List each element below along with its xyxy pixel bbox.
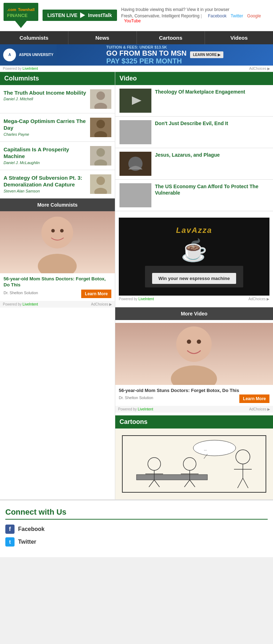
svg-point-25 xyxy=(176,326,212,362)
columnists-header: Columnists xyxy=(0,72,115,85)
ad-university-logo: A ASPEN UNIVERSITY xyxy=(0,44,57,66)
lavazza-ad-content: LavAzza ☕ Win your new espresso machine xyxy=(119,218,269,296)
svg-point-15 xyxy=(51,229,55,233)
more-video-ad-text: 56-year-old Mom Stuns Doctors: Forget Bo… xyxy=(115,385,273,406)
logo-com: .com xyxy=(7,7,16,12)
more-video-advertisement: 56-year-old Mom Stuns Doctors: Forget Bo… xyxy=(115,323,273,413)
tagline: Fresh, Conservative, Intelligent Reporti… xyxy=(121,13,200,18)
left-advertisement: 56-year-old Mom Stuns Doctors: Forget Bo… xyxy=(0,211,115,308)
columnist-title-2[interactable]: Mega-Cap Optimism Carries The Day xyxy=(4,118,86,131)
video-title-1[interactable]: Theology Of Marketplace Engagement xyxy=(155,89,245,95)
more-video-ad-footer: Powered by LiveIntent AdChoices ▶ xyxy=(115,406,273,413)
video-item: Jesus, Lazarus, and Plague xyxy=(115,148,273,180)
page-header: .com Townhall FINANCE LISTEN LIVE Invest… xyxy=(0,0,273,31)
left-ad-liveintent: LiveIntent xyxy=(23,302,38,306)
ad-tuition: TUITION & FEES: UNDER $13.5K xyxy=(106,45,186,49)
nav-videos[interactable]: Videos xyxy=(205,31,273,44)
invest-talk-label: InvestTalk xyxy=(88,12,112,18)
left-ad-image xyxy=(0,211,115,273)
left-ad-powered: Powered by LiveIntent xyxy=(3,302,38,306)
more-video-powered: Powered by LiveIntent xyxy=(118,407,153,411)
nav-news[interactable]: News xyxy=(68,31,137,44)
aspen-logo-circle: A xyxy=(3,49,16,61)
left-ad-text-block: 56-year-old Mom Stuns Doctors: Forget Bo… xyxy=(0,273,115,301)
columnist-thumb-1 xyxy=(90,89,111,109)
more-columnists-button[interactable]: More Columnists xyxy=(0,198,115,211)
svg-point-10 xyxy=(96,177,105,185)
facebook-icon: f xyxy=(5,525,15,534)
lavazza-powered-label: Powered by xyxy=(119,297,138,301)
twitter-connect[interactable]: t Twitter xyxy=(5,537,268,547)
logo[interactable]: .com Townhall FINANCE xyxy=(4,3,38,28)
video-section: Video Theology Of Marketplace Engagement… xyxy=(115,72,273,499)
columnist-author-4: Steven Alan Samson xyxy=(4,189,87,193)
more-video-adchoices: AdChoices ▶ xyxy=(249,407,270,411)
columnist-text-4: A Strategy Of Subversion Pt. 3: Demorali… xyxy=(4,174,87,193)
more-video-learn-more-button[interactable]: Learn More xyxy=(239,394,269,403)
lavazza-liveintent: LiveIntent xyxy=(139,297,154,301)
ad-learn-more-label: LEARN MORE xyxy=(193,53,217,57)
video-thumb-4 xyxy=(119,183,151,207)
svg-point-1 xyxy=(96,91,105,100)
connect-section: Connect with Us f Facebook t Twitter xyxy=(0,499,273,557)
more-video-ad-image xyxy=(115,323,273,385)
video-title-3[interactable]: Jesus, Lazarus, and Plague xyxy=(155,152,220,158)
win-espresso-button[interactable]: Win your new espresso machine xyxy=(152,273,236,284)
facebook-connect[interactable]: f Facebook xyxy=(5,525,268,534)
video-title-4[interactable]: The US Economy Can Afford To Protect The… xyxy=(155,183,269,196)
video-thumb-2 xyxy=(119,120,151,144)
more-video-liveintent: LiveIntent xyxy=(138,407,153,411)
svg-rect-31 xyxy=(136,475,207,480)
adchoices-top: AdChoices ▶ xyxy=(249,67,270,71)
cartoons-section: Cartoons xyxy=(115,415,273,499)
lavazza-ad-footer: Powered by LiveIntent AdChoices ▶ xyxy=(119,297,269,301)
facebook-label: Facebook xyxy=(18,526,45,532)
social-links: Fresh, Conservative, Intelligent Reporti… xyxy=(121,13,269,23)
video-title-2[interactable]: Don't Just Describe Evil, End It xyxy=(155,120,228,127)
lavazza-advertisement: LavAzza ☕ Win your new espresso machine … xyxy=(115,214,273,304)
listen-live-block: LISTEN LIVE InvestTalk xyxy=(43,10,117,21)
left-ad-learn-more-button[interactable]: Learn More xyxy=(81,290,111,298)
columnist-title-3[interactable]: Capitalism Is A Prosperity Machine xyxy=(4,146,69,159)
columnist-thumb-3 xyxy=(90,146,111,166)
columnist-title-4[interactable]: A Strategy Of Subversion Pt. 3: Demorali… xyxy=(4,175,82,188)
columnist-item: A Strategy Of Subversion Pt. 3: Demorali… xyxy=(0,170,115,198)
video-thumb-1 xyxy=(119,89,151,113)
logo-line1: Townhall xyxy=(18,7,35,12)
svg-point-16 xyxy=(60,229,63,233)
twitter-link[interactable]: Twitter xyxy=(230,13,243,18)
video-item: Theology Of Marketplace Engagement xyxy=(115,85,273,117)
svg-point-28 xyxy=(197,340,201,344)
twitter-icon: t xyxy=(5,537,15,547)
ad-learn-more-button[interactable]: LEARN MORE ▶ xyxy=(190,51,223,58)
youtube-link[interactable]: YouTube xyxy=(124,18,141,23)
cartoon-image: ... CARTOON xyxy=(115,429,273,499)
listen-live-label: LISTEN LIVE xyxy=(48,12,78,18)
logo-townhall: .com Townhall xyxy=(7,6,35,13)
trouble-text: Having trouble viewing this email? View … xyxy=(121,7,269,12)
more-video-button[interactable]: More Video xyxy=(115,307,273,320)
university-name: ASPEN UNIVERSITY xyxy=(19,53,53,57)
columnist-item: Mega-Cap Optimism Carries The Day Charle… xyxy=(0,113,115,142)
nav-columnists[interactable]: Columnists xyxy=(0,31,68,44)
facebook-link[interactable]: Facebook xyxy=(208,13,227,18)
video-item: Don't Just Describe Evil, End It xyxy=(115,117,273,148)
google-link[interactable]: Google xyxy=(247,13,261,18)
nav-cartoons[interactable]: Cartoons xyxy=(137,31,205,44)
listen-live-button[interactable]: LISTEN LIVE InvestTalk xyxy=(43,10,117,21)
lavazza-adchoices: AdChoices ▶ xyxy=(249,297,269,301)
ad-banner[interactable]: A ASPEN UNIVERSITY TUITION & FEES: UNDER… xyxy=(0,44,273,66)
cartoons-header: Cartoons xyxy=(115,415,273,429)
svg-point-7 xyxy=(96,148,105,157)
main-content: Columnists The Truth About Income Mobili… xyxy=(0,72,273,499)
columnist-thumb-4 xyxy=(90,174,111,194)
logo-diamond-icon xyxy=(15,20,27,28)
svg-point-47 xyxy=(193,440,236,456)
ad-main-line1: GO FROM BSN TO MSN xyxy=(106,49,186,57)
powered-text: Powered by LiveIntent xyxy=(3,67,38,71)
columnist-title-1[interactable]: The Truth About Income Mobility xyxy=(4,90,86,96)
left-ad-adchoices: AdChoices ▶ xyxy=(91,302,112,306)
svg-point-13 xyxy=(41,217,73,248)
columnist-text-3: Capitalism Is A Prosperity Machine Danie… xyxy=(4,146,87,165)
columnist-item: The Truth About Income Mobility Daniel J… xyxy=(0,85,115,113)
